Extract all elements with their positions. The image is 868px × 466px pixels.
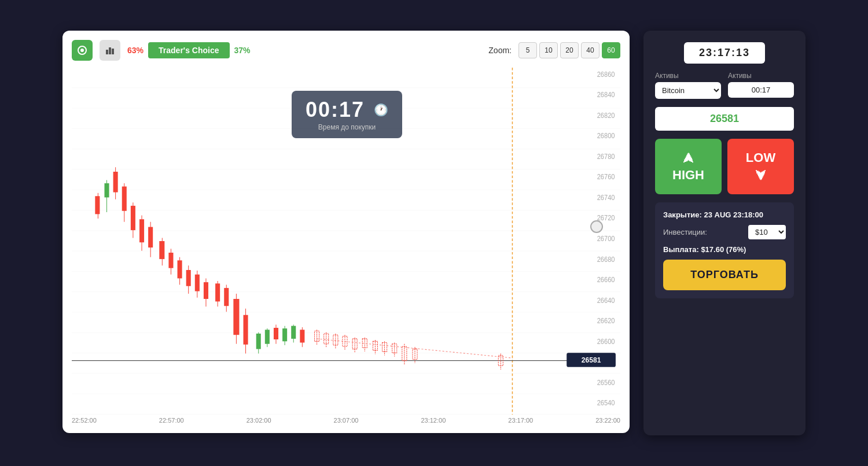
payout-label: Выплата: [663,245,699,254]
timer-time: 00:17 [306,98,365,122]
x-label-5: 23:12:00 [421,417,446,424]
low-button[interactable]: LOW [727,139,794,194]
zoom-btn-10[interactable]: 10 [539,42,558,58]
svg-text:26700: 26700 [597,234,615,242]
svg-text:26840: 26840 [597,91,615,99]
svg-text:26780: 26780 [597,152,615,160]
trader-choice-bar: 63% Trader's Choice 37% [127,42,477,58]
svg-rect-73 [300,330,304,342]
svg-rect-53 [204,282,208,299]
svg-text:26540: 26540 [597,399,615,407]
zoom-btn-60[interactable]: 60 [602,42,620,58]
asset-time: 00:17 [728,82,794,98]
svg-rect-39 [139,219,144,242]
x-label-6: 23:17:00 [508,417,533,424]
candlestick-icon-btn[interactable] [72,40,93,61]
timer-label: Время до покупки [306,123,388,131]
low-label: LOW [746,150,775,165]
svg-rect-35 [122,187,127,211]
svg-rect-67 [274,328,278,339]
svg-text:26860: 26860 [597,70,615,78]
x-axis: 22:52:00 22:57:00 23:02:00 23:07:00 23:1… [72,415,620,424]
asset-label-2: Активы [728,72,794,80]
svg-rect-37 [131,206,135,230]
chart-panel: 63% Trader's Choice 37% Zoom: 5 10 20 40… [62,31,630,433]
svg-rect-47 [178,260,182,278]
svg-text:26800: 26800 [597,132,615,140]
x-label-7: 23:22:00 [595,417,620,424]
svg-rect-51 [195,275,200,291]
asset-group-2: Активы 00:17 [728,72,794,99]
chevron-down-icon [755,168,767,183]
zoom-btn-40[interactable]: 40 [581,42,599,58]
trade-button[interactable]: ТОРГОВАТЬ [663,260,786,290]
invest-label: Инвестиции: [663,228,707,236]
svg-rect-57 [224,288,229,306]
svg-text:26581: 26581 [582,355,601,364]
payout-value: $17.60 (76%) [701,245,746,254]
asset-select[interactable]: Bitcoin [655,82,721,99]
svg-rect-43 [159,241,164,259]
zoom-btn-5[interactable]: 5 [518,42,537,58]
asset-group-1: Активы Bitcoin [655,72,721,99]
invest-select[interactable]: $10 $25 $50 $100 [748,225,786,239]
x-label-3: 23:02:00 [247,417,271,424]
svg-rect-4 [112,49,114,54]
svg-text:26560: 26560 [597,378,615,386]
pct-green: 37% [234,46,251,55]
circle-indicator [590,220,603,233]
timer-overlay: 00:17 🕐 Время до покупки [292,91,402,138]
svg-text:26660: 26660 [597,276,615,284]
chevron-up-icon [683,150,694,165]
payout-row: Выплата: $17.60 (76%) [663,245,786,254]
zoom-label: Zoom: [488,46,512,55]
clock-display: 23:17:13 [684,42,765,64]
assets-row: Активы Bitcoin Активы 00:17 [655,72,794,99]
x-label-1: 22:52:00 [72,417,97,424]
main-container: 63% Trader's Choice 37% Zoom: 5 10 20 40… [51,19,817,447]
zoom-buttons: 5 10 20 40 60 [518,42,620,58]
svg-rect-63 [256,334,261,349]
svg-rect-61 [244,315,248,345]
svg-text:26760: 26760 [597,173,615,181]
svg-rect-31 [104,183,109,197]
svg-rect-71 [291,326,296,339]
x-label-2: 22:57:00 [159,417,184,424]
close-label: Закрытие: [663,210,702,219]
asset-label-1: Активы [655,72,721,80]
close-date: 23 AUG 23:18:00 [704,210,763,219]
trader-choice-badge: Trader's Choice [148,42,229,58]
svg-rect-69 [282,328,287,341]
bar-chart-icon-btn[interactable] [100,40,120,61]
svg-text:26820: 26820 [597,111,615,119]
svg-rect-33 [113,172,118,193]
svg-rect-2 [106,50,108,54]
high-button[interactable]: HIGH [655,139,722,194]
right-panel: 23:17:13 Активы Bitcoin Активы 00:17 265… [643,31,806,435]
pct-red: 63% [127,46,144,55]
high-label: HIGH [672,168,704,183]
hl-buttons: HIGH LOW [655,139,794,194]
zoom-btn-20[interactable]: 20 [560,42,579,58]
svg-rect-41 [148,227,153,248]
svg-rect-55 [215,283,220,301]
svg-rect-59 [233,299,239,335]
chart-toolbar: 63% Trader's Choice 37% Zoom: 5 10 20 40… [72,40,620,61]
svg-rect-65 [265,330,270,343]
invest-row: Инвестиции: $10 $25 $50 $100 [663,225,786,239]
chart-area: 26860 26840 26820 26800 26780 26760 2674… [72,68,620,415]
svg-text:26620: 26620 [597,317,615,325]
svg-point-1 [80,49,84,52]
svg-text:26680: 26680 [597,255,615,263]
svg-rect-49 [186,270,191,286]
x-label-4: 23:07:00 [334,417,359,424]
svg-rect-29 [95,196,100,214]
svg-text:26600: 26600 [597,337,615,345]
svg-text:26640: 26640 [597,296,615,304]
trade-info: Закрытие: 23 AUG 23:18:00 Инвестиции: $1… [655,202,794,298]
svg-rect-45 [168,253,173,268]
timer-icon: 🕐 [374,103,388,117]
svg-rect-3 [109,47,111,54]
price-display: 26581 [655,107,794,131]
close-time: Закрытие: 23 AUG 23:18:00 [663,210,786,219]
